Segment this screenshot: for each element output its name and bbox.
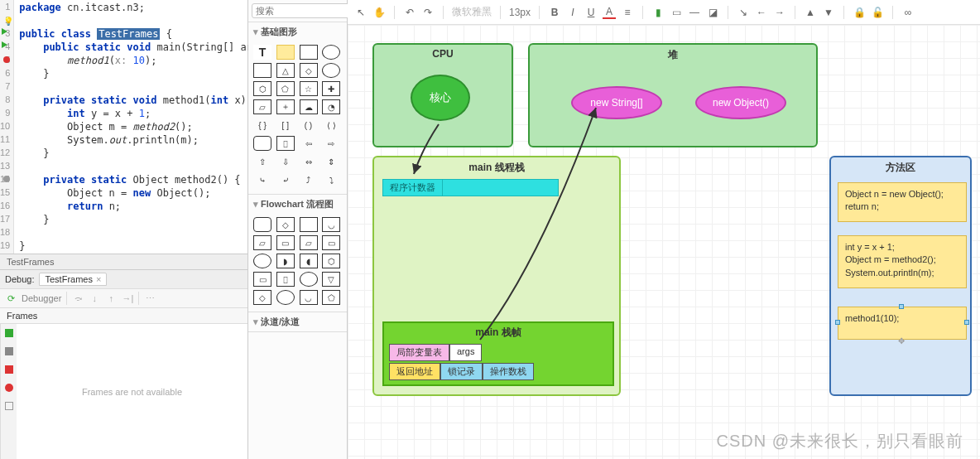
note-method2[interactable]: Object n = new Object(); return n; [838,182,967,222]
fc-or[interactable] [300,272,318,287]
shape-rect[interactable] [300,45,318,60]
shape-arrow-r[interactable]: ⇨ [322,136,340,151]
stack-frame[interactable]: main 栈帧 局部变量表 args 返回地址 锁记录 操作数栈 [382,321,614,386]
shape-turn3[interactable]: ⤴ [300,172,318,187]
shape-arrow-l[interactable]: ⇦ [300,136,318,151]
close-icon[interactable]: × [96,274,101,284]
step-over-icon[interactable]: ⤼ [72,292,84,304]
cpu-box[interactable]: CPU 核心 [372,43,513,147]
heap-obj-object[interactable]: new Object() [695,86,786,119]
debug-config-tab[interactable]: TestFrames× [39,273,107,286]
fc-terminator[interactable] [253,217,271,232]
fc-card[interactable]: ▭ [253,272,271,287]
shape-pentagon[interactable]: ⬠ [276,81,295,96]
shape-angles[interactable]: ⟨ ⟩ [322,118,340,133]
category-flowchart[interactable]: Flowchart 流程图 [248,195,347,214]
shape-text[interactable]: T [253,45,271,60]
fc-decision[interactable]: ◇ [276,217,295,232]
shape-rect2[interactable] [253,63,271,78]
fc-display[interactable]: ◖ [300,254,318,268]
fc-tape[interactable]: ◡ [300,290,318,305]
resize-handle[interactable] [964,320,969,325]
font-size[interactable]: 13px [509,7,531,18]
shape-tab[interactable] [253,136,271,151]
fc-input[interactable]: ▱ [300,235,318,250]
fill-icon[interactable]: ▮ [651,6,665,19]
heap-obj-string[interactable]: new String[] [571,86,662,119]
run-to-cursor-icon[interactable]: →| [122,292,133,304]
canvas[interactable]: CPU 核心 堆 new String[] new Object() main … [348,25,980,459]
program-counter[interactable]: 程序计数器 [382,179,559,196]
run-gutter-icon[interactable] [2,41,7,48]
shape-turn4[interactable]: ⤵ [322,172,340,187]
font-family[interactable]: 微软雅黑 [452,5,492,19]
shape-arrow-d[interactable]: ⇩ [276,154,295,169]
breakpoint-icon[interactable] [3,56,10,63]
line-style-icon[interactable]: — [688,6,701,19]
undo-icon[interactable]: ↶ [403,6,416,19]
redo-icon[interactable]: ↷ [421,6,435,19]
shape-arrow-ud[interactable]: ⇕ [322,154,340,169]
fc-summing[interactable] [276,290,295,305]
fc-data[interactable]: ▱ [253,235,271,250]
bold-icon[interactable]: B [548,6,561,19]
shape-note[interactable] [276,45,295,60]
link-icon[interactable]: ∞ [901,6,915,19]
arrow-end-icon[interactable]: → [773,6,786,19]
shape-trap[interactable]: ▱ [253,99,271,114]
pause-icon[interactable] [5,347,13,355]
fc-merge[interactable]: ▽ [322,272,340,287]
shape-cylinder[interactable]: ⌷ [276,136,295,151]
step-out-icon[interactable]: ↑ [105,292,117,304]
fc-delay[interactable]: ◗ [276,254,295,268]
resize-handle[interactable] [899,304,904,309]
shape-cloud[interactable]: ☁ [300,99,318,114]
fc-offpage[interactable]: ⬠ [322,290,340,305]
cpu-core[interactable]: 核心 [411,75,470,121]
lock-icon[interactable]: 🔒 [853,6,866,19]
shape-hexagon[interactable]: ⬡ [253,81,271,96]
shape-callout[interactable]: ◔ [322,99,340,114]
fc-document[interactable]: ◡ [322,217,340,232]
shape-arrow-lr[interactable]: ⇔ [300,154,318,169]
thread-stack-box[interactable]: main 线程栈 程序计数器 main 栈帧 局部变量表 args 返回地址 锁… [372,156,621,396]
code-editor[interactable]: package cn.itcast.n3; public class TestF… [14,0,287,254]
shape-circle[interactable] [322,63,340,78]
evaluate-icon[interactable]: ⋯ [144,292,156,304]
category-swimlane[interactable]: 泳道/泳道 [248,312,347,331]
fc-storage[interactable]: ⌷ [276,272,295,287]
back-icon[interactable]: ▼ [822,6,835,19]
shadow-icon[interactable]: ◪ [706,6,719,19]
heap-box[interactable]: 堆 new String[] new Object() [528,43,818,147]
shape-arrow-u[interactable]: ⇧ [253,154,271,169]
connector-icon[interactable]: ↘ [737,6,750,19]
front-icon[interactable]: ▲ [804,6,817,19]
arrow-start-icon[interactable]: ← [755,6,768,19]
resize-handle[interactable] [835,320,840,325]
shape-star[interactable]: ☆ [300,81,318,96]
shape-cross[interactable]: ✚ [322,81,340,96]
shape-braces[interactable]: { } [253,118,271,133]
hand-icon[interactable]: ✋ [372,6,386,19]
file-tab[interactable]: TestFrames [0,254,247,269]
fc-loop[interactable]: ⬡ [322,254,340,268]
shape-turn1[interactable]: ⤷ [253,172,271,187]
move-grip-icon[interactable]: ✥ [898,336,906,344]
font-color-icon[interactable]: A [603,6,616,19]
stop-icon[interactable] [5,365,13,374]
unlock-icon[interactable]: 🔓 [871,6,884,19]
view-breakpoints-icon[interactable] [5,384,13,392]
note-main[interactable]: method1(10); ✥ [838,307,967,340]
resume-icon[interactable] [5,329,13,337]
restart-icon[interactable]: ⟳ [5,292,17,304]
fc-predefined[interactable]: ▭ [276,235,295,250]
shape-turn2[interactable]: ⤶ [276,172,295,187]
method-area-box[interactable]: 方法区 Object n = new Object(); return n; i… [829,156,972,396]
shape-diamond[interactable]: ◇ [300,63,318,78]
align-icon[interactable]: ≡ [621,6,634,19]
fc-manual[interactable]: ▭ [322,235,340,250]
note-method1[interactable]: int y = x + 1; Object m = method2(); Sys… [838,235,967,288]
args-cell[interactable]: args [449,344,482,361]
shape-triangle[interactable]: △ [276,63,295,78]
shape-parens[interactable]: ( ) [300,118,318,133]
